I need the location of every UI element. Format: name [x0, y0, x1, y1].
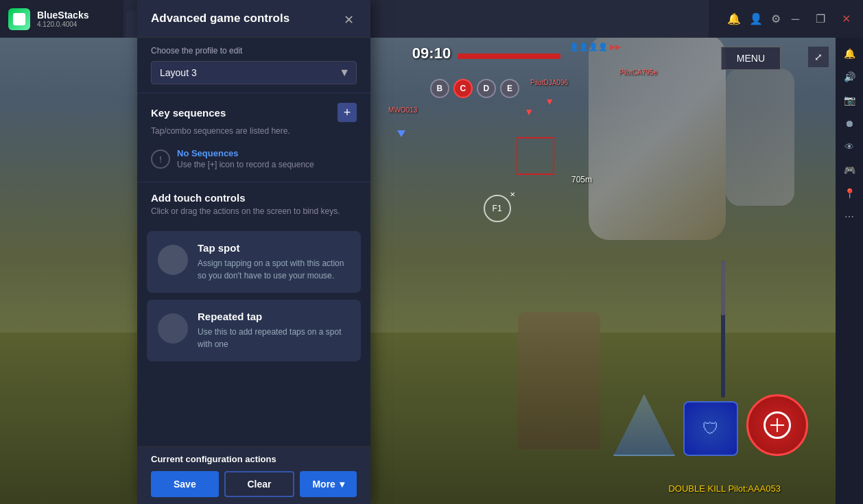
agc-touch-subtitle: Click or drag the actions on the screen …: [151, 206, 357, 216]
agc-cards-container: Tap spot Assign tapping on a spot with t…: [137, 231, 370, 446]
agc-tap-spot-body: Tap spot Assign tapping on a spot with t…: [198, 242, 350, 282]
agc-more-button[interactable]: More ▾: [300, 471, 357, 497]
player-label-6: PilotCA795e: [619, 69, 657, 76]
player-label-5: PilotDJA096: [530, 79, 568, 86]
capture-point-e: E: [500, 79, 519, 98]
agc-key-sequences-subtitle: Tap/combo sequences are listed here.: [151, 126, 357, 136]
agc-key-sequences-section: Key sequences + Tap/combo sequences are …: [137, 93, 370, 182]
capture-point-b: B: [430, 79, 449, 98]
agc-profile-select[interactable]: Layout 1 Layout 2 Layout 3 Layout 4: [151, 61, 357, 84]
expand-button[interactable]: ⤢: [808, 47, 829, 67]
triangle-marker-3: [397, 130, 405, 137]
enemy-arrow-2: ▼: [545, 96, 554, 107]
kill-feed: DOUBLE KILL Pilot:AAA053: [668, 483, 781, 494]
agc-tap-spot-desc: Assign tapping on a spot with this actio…: [198, 257, 350, 282]
agc-no-seq-icon: !: [151, 149, 170, 169]
agc-scrollbar[interactable]: [721, 261, 725, 398]
agc-scrollbar-thumb: [721, 261, 725, 315]
agc-profile-select-wrapper: Layout 1 Layout 2 Layout 3 Layout 4 ▼: [151, 61, 357, 84]
target-box: [517, 137, 554, 175]
right-panel-location-icon[interactable]: 📍: [839, 183, 860, 204]
shield-button[interactable]: 🛡: [683, 401, 738, 456]
agc-close-button[interactable]: ✕: [341, 11, 357, 29]
agc-clear-button[interactable]: Clear: [224, 471, 295, 497]
hud-player-icons: 👤👤👤👤 ▶▶: [569, 43, 621, 51]
window-controls: 🔔 👤 ⚙ ─ ❐ ✕: [709, 0, 863, 38]
right-panel-view-icon[interactable]: 👁: [839, 136, 860, 157]
agc-repeated-tap-body: Repeated tap Use this to add repeated ta…: [198, 311, 350, 350]
agc-tap-spot-title: Tap spot: [198, 242, 350, 254]
right-hud: 🛡: [613, 394, 808, 456]
agc-more-chevron-icon: ▾: [340, 479, 344, 490]
right-panel-volume-icon[interactable]: 🔔: [839, 43, 860, 64]
aim-crosshair: [764, 411, 791, 439]
account-icon[interactable]: 👤: [749, 12, 763, 25]
right-panel-sound-icon[interactable]: 🔊: [839, 67, 860, 87]
app-name: BlueStacks: [37, 10, 88, 21]
agc-panel: Advanced game controls ✕ Choose the prof…: [137, 0, 370, 504]
agc-config-label: Current configuration actions: [151, 454, 357, 464]
right-panel-record-icon[interactable]: ⏺: [839, 113, 860, 134]
agc-repeated-tap-title: Repeated tap: [198, 311, 350, 322]
menu-button[interactable]: MENU: [721, 47, 781, 70]
bluestacks-logo: [8, 8, 30, 30]
agc-profile-section: Choose the profile to edit Layout 1 Layo…: [137, 38, 370, 93]
agc-no-sequences-text: Use the [+] icon to record a sequence: [177, 160, 314, 169]
agc-card-repeated-tap[interactable]: Repeated tap Use this to add repeated ta…: [147, 300, 361, 361]
topbar-icons: 🔔 👤 ⚙: [727, 12, 781, 25]
right-panel-more-icon[interactable]: ⋯: [839, 206, 860, 227]
enemy-arrow-1: ▼: [524, 106, 534, 117]
agc-card-tap-spot[interactable]: Tap spot Assign tapping on a spot with t…: [147, 231, 361, 293]
agc-footer-buttons: Save Clear More ▾: [151, 471, 357, 497]
f1-marker: F1✕: [484, 195, 518, 229]
agc-no-sequences: ! No Sequences Use the [+] icon to recor…: [151, 143, 357, 175]
agc-repeated-tap-icon: [158, 313, 188, 344]
right-panel-camera-icon[interactable]: 📷: [839, 90, 860, 110]
capture-point-c: C: [453, 79, 473, 98]
aim-button[interactable]: [746, 394, 808, 456]
agc-save-button[interactable]: Save: [151, 471, 219, 497]
restore-button[interactable]: ❐: [810, 10, 831, 28]
agc-key-sequences-title: Key sequences: [151, 107, 226, 119]
right-panel-gamepad-icon[interactable]: 🎮: [839, 160, 860, 180]
agc-no-sequences-link[interactable]: No Sequences: [177, 148, 314, 158]
close-button[interactable]: ✕: [836, 10, 856, 28]
hud-health-bar: [458, 53, 560, 59]
agc-config-bar: Current configuration actions Save Clear…: [137, 446, 370, 504]
agc-profile-label: Choose the profile to edit: [151, 46, 357, 56]
app-version: 4.120.0.4004: [37, 21, 88, 28]
agc-add-sequence-button[interactable]: +: [338, 103, 357, 122]
distance-label: 705m: [571, 175, 592, 184]
agc-repeated-tap-desc: Use this to add repeated taps on a spot …: [198, 326, 350, 350]
minimize-button[interactable]: ─: [786, 10, 805, 28]
player-label-3: MWO013: [388, 106, 417, 114]
capture-point-d: D: [477, 79, 496, 98]
bell-icon[interactable]: 🔔: [727, 12, 741, 25]
agc-key-sequences-header: Key sequences +: [151, 103, 357, 122]
right-panel: 🔔 🔊 📷 ⏺ 👁 🎮 📍 ⋯: [836, 38, 863, 504]
capture-points: B C D E: [430, 79, 519, 98]
agc-touch-section: Add touch controls Click or drag the act…: [137, 182, 370, 231]
agc-touch-title: Add touch controls: [151, 192, 357, 204]
settings-icon[interactable]: ⚙: [771, 12, 781, 25]
agc-tap-spot-icon: [158, 245, 188, 275]
hud-timer: 09:10: [412, 45, 451, 62]
agc-title: Advanced game controls: [151, 11, 289, 26]
arc-button[interactable]: [613, 394, 675, 456]
agc-more-label: More: [312, 479, 335, 490]
agc-header: Advanced game controls ✕: [137, 0, 370, 38]
